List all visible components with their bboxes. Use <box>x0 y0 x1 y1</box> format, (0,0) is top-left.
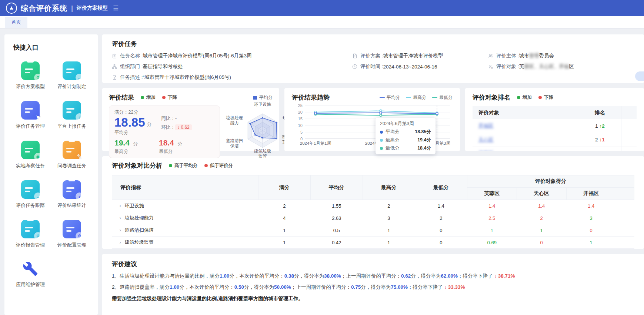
quick-entry-title: 快捷入口 <box>13 43 93 52</box>
hamburger-menu-icon[interactable]: ☰ <box>113 4 119 12</box>
region-score-cell: 3 <box>566 212 616 224</box>
expand-chevron-icon[interactable]: › <box>120 227 121 233</box>
region-score-cell: 1 <box>566 237 616 249</box>
result-body: 满分：22分 18.85 分 平均分 同 <box>109 105 273 158</box>
field-label: 评价时间 : <box>360 63 383 70</box>
tab-home[interactable]: 首页 <box>5 17 27 28</box>
tooltip-rows: 平均分18.85分最高分19.4分最低分18.4分 <box>380 129 431 151</box>
min-score-label: 最低分 <box>159 148 203 155</box>
score-box: 满分：22分 18.85 分 平均分 同 <box>109 105 220 158</box>
comparison-row: ›环卫设施21.5521.41.41.41.4 <box>112 200 634 212</box>
summary-cards-row: 评价结果 增加 下降 平均分 满分：22分 18.85 <box>102 88 644 151</box>
text-segment: 分，本次评价的平均分： <box>229 273 284 279</box>
sidebar-item-评价报告管理[interactable]: ⚙评价报告管理 <box>10 220 51 248</box>
legend-dash-icon <box>432 97 437 98</box>
col-region-furong: 芙蓉区 <box>467 188 517 200</box>
field-value: 2024-06-13~2024-06-16 <box>383 64 437 70</box>
indicator-cell: ›垃圾处理能力 <box>112 212 258 224</box>
sidebar-item-平台上报任务[interactable]: ↑平台上报任务 <box>51 101 93 130</box>
rank-number: 3 <box>595 151 598 151</box>
ranking-object-link[interactable]: 芙蓉区 <box>478 151 494 151</box>
comparison-row: ›道路清扫保洁10.510110 <box>112 224 634 237</box>
col-region-cutoff <box>616 188 634 200</box>
ranking-col-object: 评价对象 <box>473 106 579 119</box>
side-float-widget[interactable] <box>635 71 644 81</box>
highlight-red: ↓ 33.33% <box>444 284 465 290</box>
indicator-cell: ›道路清扫保洁 <box>112 224 258 237</box>
red-dot-icon <box>538 96 542 99</box>
app-title: 综合评价系统 <box>21 3 67 13</box>
evaluation-result-card: 评价结果 增加 下降 平均分 满分：22分 18.85 <box>102 88 279 151</box>
sidebar-item-评价任务管理[interactable]: ➤评价任务管理 <box>10 101 51 130</box>
评价方案模型-icon: ⚙ <box>21 61 40 80</box>
legend-decrease: 下降 <box>162 94 177 101</box>
sidebar-item-评价计划制定[interactable]: ←评价计划制定 <box>51 61 93 90</box>
expand-chevron-icon[interactable]: › <box>120 239 121 245</box>
sidebar-item-评价任务跟踪[interactable]: ←评价任务跟踪 <box>10 180 51 209</box>
clipboard-clip <box>27 218 34 221</box>
ranking-object-link[interactable]: 天心区 <box>478 137 494 143</box>
max-cell: 1 <box>363 237 415 249</box>
text-segment: 分，得分率为 <box>294 273 324 279</box>
rank-number: 1 <box>595 123 598 129</box>
sidebar-item-评价配置管理[interactable]: ⚙评价配置管理 <box>51 220 93 248</box>
expand-chevron-icon[interactable]: › <box>120 203 121 208</box>
comparison-row: ›建筑垃圾监管10.42100.6901 <box>112 237 634 249</box>
highlight-blue: 38.00% <box>324 273 341 279</box>
trend-legend-最高分: 最高分 <box>406 94 426 101</box>
sidebar-item-评价方案模型[interactable]: ⚙评价方案模型 <box>10 61 51 90</box>
field-label: 评价方案 : <box>360 53 383 59</box>
highlight-blue: 0.38 <box>284 273 294 279</box>
svg-text:15: 15 <box>298 117 303 121</box>
svg-text:0: 0 <box>300 137 303 141</box>
sidebar-item-应用维护管理[interactable]: 应用维护管理 <box>10 259 51 288</box>
trend-legend: 平均分最高分最低分 <box>380 94 453 101</box>
rank-up-change: ↑2 <box>600 123 605 129</box>
pin-badge-icon: ◉ <box>34 153 42 161</box>
sidebar-item-评价结果统计[interactable]: ◕评价结果统计 <box>51 180 93 209</box>
ranking-row: 芙蓉区3↓1 <box>473 147 637 151</box>
text-segment: 分，得分率为 <box>411 273 441 279</box>
legend-label: 最低分 <box>439 94 453 101</box>
rank-down-change: ↓1 <box>600 137 605 143</box>
region-score-cell: 2 <box>517 212 566 224</box>
avg-cell: 0.42 <box>310 237 363 249</box>
min-score-block: 18.4 分 最低分 <box>159 139 203 155</box>
mom-row: 环比：↓ 0.62 <box>161 124 192 131</box>
radar-axis-label: 建筑垃圾监管 <box>253 148 273 159</box>
cutoff-cell <box>616 224 634 237</box>
svg-text:25: 25 <box>298 103 303 108</box>
text-segment: 分，得分率为 <box>244 284 274 290</box>
legend-label: 平均分 <box>387 94 400 101</box>
legend-decrease: 下降 <box>538 94 553 101</box>
svg-text:10: 10 <box>298 123 303 128</box>
ranking-rank-cell: 1↑2 <box>579 119 621 133</box>
tooltip-row: 最高分19.4分 <box>380 137 431 143</box>
ranking-object-link[interactable]: 开福区 <box>478 123 494 128</box>
wrench-icon <box>21 259 40 278</box>
task-field-评价对象: R评价对象 :芙蓉区、天心区、开福区 <box>488 63 634 70</box>
app-logo-medal-icon: ★ <box>6 3 17 14</box>
file-icon <box>352 53 357 58</box>
min-cell: 0 <box>415 237 467 249</box>
radar-axis-label: 道路清扫保洁 <box>224 138 244 149</box>
task-col-1: 任务名称 :城市管理干净城市评价模型(周6月05号)-6月第3周组织部门 :基层… <box>112 53 352 81</box>
legend-below-average: 低于评价分 <box>204 162 233 169</box>
full-cell: 4 <box>258 212 310 224</box>
sidebar-item-实地考察任务[interactable]: ◉实地考察任务 <box>10 141 51 169</box>
result-card-head: 评价结果 增加 下降 平均分 <box>109 93 273 102</box>
indicator-name: 道路清扫保洁 <box>125 227 154 233</box>
expand-chevron-icon[interactable]: › <box>120 215 121 221</box>
sidebar-item-问卷调查任务[interactable]: ✎问卷调查任务 <box>51 141 93 169</box>
min-cell: 2 <box>415 212 467 224</box>
field-value-prefix: 城市 <box>519 53 529 59</box>
task-info-grid: 任务名称 :城市管理干净城市评价模型(周6月05号)-6月第3周组织部门 :基层… <box>112 53 634 81</box>
text-segment: ；上一周期评价的平均分： <box>341 273 401 279</box>
评价任务跟踪-icon: ← <box>21 180 40 199</box>
red-dot-icon <box>162 96 166 99</box>
region-score-cell: 1 <box>517 224 566 237</box>
评价任务管理-icon: ➤ <box>21 101 40 120</box>
svg-text:R: R <box>491 67 493 69</box>
main-content: 评价任务 任务名称 :城市管理干净城市评价模型(周6月05号)-6月第3周组织部… <box>102 34 644 315</box>
cutoff-cell <box>616 200 634 212</box>
